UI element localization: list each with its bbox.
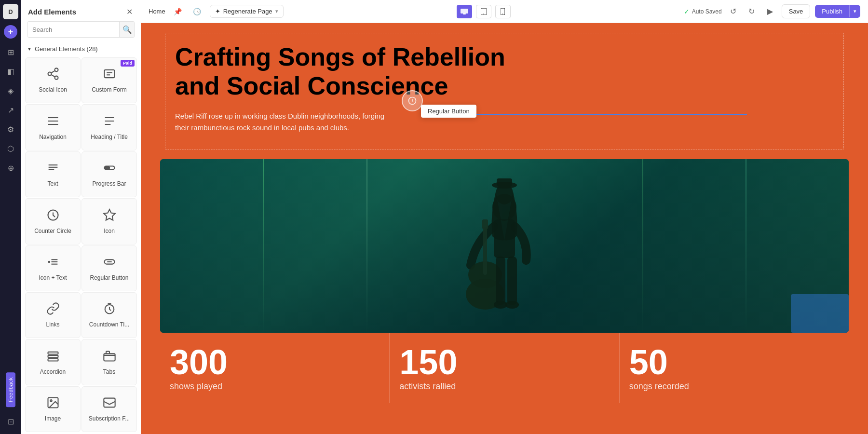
canvas[interactable]: Crafting Songs of Rebellion and Social C… xyxy=(141,23,868,434)
sidebar-item-layers[interactable]: ◧ xyxy=(2,63,19,80)
hero-description: Rebel Riff rose up in working class Dubl… xyxy=(175,110,387,134)
stage-light-2 xyxy=(366,159,367,333)
add-element-button[interactable]: + xyxy=(4,25,17,39)
svg-rect-27 xyxy=(104,353,115,361)
auto-saved-status: ✓ Auto Saved xyxy=(684,8,722,15)
subscription-form-icon xyxy=(103,396,116,411)
svg-rect-45 xyxy=(483,227,487,275)
element-card-navigation[interactable]: Navigation xyxy=(25,104,81,150)
stage-light-3 xyxy=(642,159,643,333)
section-header[interactable]: ▼ General Elements (28) xyxy=(21,42,141,55)
element-card-countdown-timer[interactable]: Countdown Ti... xyxy=(81,292,137,338)
svg-line-4 xyxy=(51,71,55,73)
element-card-label-social-icon: Social Icon xyxy=(39,86,67,93)
search-input[interactable] xyxy=(27,23,119,37)
element-card-custom-form[interactable]: Paid Custom Form xyxy=(81,57,137,103)
svg-point-17 xyxy=(48,261,50,263)
drag-ghost-element xyxy=(402,90,423,111)
stat-number-2: 150 xyxy=(399,345,609,380)
element-card-links[interactable]: Links xyxy=(25,292,81,338)
element-card-label-icon: Icon xyxy=(104,228,115,234)
element-card-accordion[interactable]: Accordion xyxy=(25,339,81,385)
svg-point-0 xyxy=(54,68,58,72)
publish-button[interactable]: Publish ▾ xyxy=(815,5,860,18)
stat-label-1: shows played xyxy=(170,381,380,392)
stage-light-1 xyxy=(263,159,264,333)
progress-bar-icon xyxy=(103,161,116,176)
sidebar-item-pages[interactable]: ⊞ xyxy=(2,43,19,61)
paid-badge: Paid xyxy=(121,60,135,67)
element-card-label-links: Links xyxy=(46,321,59,328)
sidebar-item-app[interactable]: ⬡ xyxy=(2,140,19,157)
element-card-social-icon[interactable]: Social Icon xyxy=(25,57,81,103)
sidebar-item-bottom1[interactable]: ⊡ xyxy=(2,413,19,430)
feedback-tab[interactable]: Feedback xyxy=(6,372,15,407)
tabs-icon xyxy=(103,349,116,365)
regen-chevron[interactable]: ▾ xyxy=(275,8,278,14)
publish-label: Publish xyxy=(815,5,849,18)
element-card-heading-title[interactable]: Heading / Title xyxy=(81,104,137,150)
countdown-timer-icon xyxy=(103,302,116,317)
element-card-label-counter-circle: Counter Circle xyxy=(34,228,71,234)
app-logo[interactable]: D xyxy=(3,4,18,19)
element-card-label-progress-bar: Progress Bar xyxy=(92,180,126,187)
icon-text-icon xyxy=(46,255,60,271)
check-icon: ✓ xyxy=(684,8,690,15)
svg-point-36 xyxy=(502,14,503,14)
history-button[interactable]: 🕓 xyxy=(190,5,204,18)
element-card-icon[interactable]: Icon xyxy=(81,198,137,244)
svg-rect-47 xyxy=(496,257,505,305)
element-card-progress-bar[interactable]: Progress Bar xyxy=(81,151,137,197)
icon-element-icon xyxy=(103,208,116,224)
heading-title-icon xyxy=(103,114,116,130)
image-icon xyxy=(46,396,60,411)
topbar-right: ✓ Auto Saved ↺ ↻ ▶ Save Publish ▾ xyxy=(684,4,860,18)
pin-button[interactable]: 📌 xyxy=(171,5,185,18)
device-tablet-button[interactable] xyxy=(476,5,491,18)
preview-button[interactable]: ▶ xyxy=(763,5,777,18)
element-card-icon-text[interactable]: Icon + Text xyxy=(25,245,81,291)
element-card-subscription-form[interactable]: Subscription F... xyxy=(81,386,137,432)
svg-rect-15 xyxy=(104,166,110,170)
regenerate-button[interactable]: ✦ Regenerate Page ▾ xyxy=(210,5,284,18)
counter-circle-icon xyxy=(46,208,60,224)
element-card-counter-circle[interactable]: Counter Circle xyxy=(25,198,81,244)
element-card-label-icon-text: Icon + Text xyxy=(39,274,67,281)
guitarist-silhouette xyxy=(442,178,567,333)
element-card-tabs[interactable]: Tabs xyxy=(81,339,137,385)
search-icon-button[interactable]: 🔍 xyxy=(119,22,135,37)
device-mobile-button[interactable] xyxy=(495,5,511,18)
element-card-label-subscription-form: Subscription F... xyxy=(89,415,130,422)
social-icon-icon xyxy=(46,67,60,82)
sidebar-item-settings[interactable]: ⚙ xyxy=(2,121,19,138)
redo-button[interactable]: ↻ xyxy=(745,5,759,18)
sidebar-item-integrations[interactable]: ⊕ xyxy=(2,159,19,176)
element-card-text[interactable]: Text xyxy=(25,151,81,197)
svg-rect-26 xyxy=(48,359,58,361)
undo-button[interactable]: ↺ xyxy=(727,5,740,18)
sidebar-item-media[interactable]: ◈ xyxy=(2,82,19,99)
element-card-regular-button[interactable]: Regular Button xyxy=(81,245,137,291)
sidebar-item-analytics[interactable]: ↗ xyxy=(2,101,19,119)
svg-point-1 xyxy=(48,72,51,76)
save-button[interactable]: Save xyxy=(782,4,811,18)
device-desktop-button[interactable] xyxy=(457,5,472,18)
element-card-label-accordion: Accordion xyxy=(40,368,66,375)
stat-number-1: 300 xyxy=(170,345,380,380)
svg-rect-25 xyxy=(48,355,58,358)
section-label: General Elements (28) xyxy=(35,45,98,53)
element-card-image[interactable]: Image xyxy=(25,386,81,432)
svg-point-34 xyxy=(483,14,484,14)
home-button[interactable]: Home xyxy=(149,8,165,15)
element-card-label-regular-button: Regular Button xyxy=(90,274,128,281)
svg-rect-31 xyxy=(461,9,468,14)
regular-button-icon xyxy=(103,255,116,271)
concert-image xyxy=(160,159,849,333)
topbar: Home 📌 🕓 ✦ Regenerate Page ▾ ✓ Auto Save… xyxy=(141,0,868,23)
close-panel-button[interactable]: ✕ xyxy=(124,7,134,16)
publish-dropdown-arrow[interactable]: ▾ xyxy=(849,5,860,17)
button-popup-label: Regular Button xyxy=(428,108,470,115)
topbar-center xyxy=(289,5,678,18)
canvas-area[interactable]: Crafting Songs of Rebellion and Social C… xyxy=(141,23,868,434)
element-card-label-countdown-timer: Countdown Ti... xyxy=(89,321,129,328)
